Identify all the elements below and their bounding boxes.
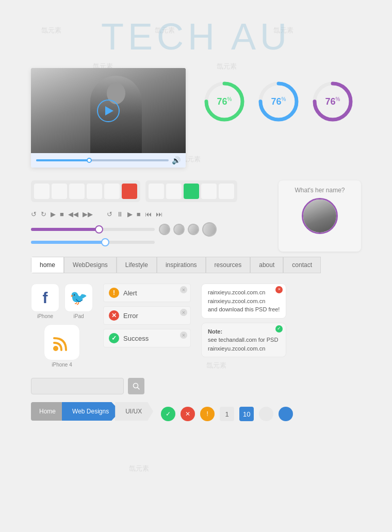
search-input[interactable]: [31, 378, 124, 394]
slider-row-2: [31, 241, 271, 244]
btn-sq2-4[interactable]: [201, 184, 217, 199]
purple-fill: [31, 228, 99, 231]
button-group-1: [31, 180, 140, 202]
svg-point-6: [53, 346, 58, 351]
knob-4[interactable]: [200, 220, 219, 239]
back-icon[interactable]: ⏮: [145, 210, 152, 218]
status-bar: ✓ ✕ ! 1 10: [161, 407, 293, 421]
facebook-icon-box[interactable]: f: [31, 284, 59, 312]
breadcrumb-bar: Home Web Designs UI/UX: [31, 402, 153, 421]
facebook-col: f iPhone: [31, 284, 59, 319]
play-icon: [105, 106, 113, 115]
rss-icon: [52, 332, 72, 352]
status-num-1[interactable]: 1: [220, 407, 234, 421]
stop2-icon[interactable]: ■: [137, 210, 141, 218]
status-num-10[interactable]: 10: [239, 407, 254, 421]
blue-slider[interactable]: [31, 241, 155, 244]
btn-sq-3[interactable]: [69, 184, 85, 199]
volume-icon[interactable]: 🔊: [172, 156, 181, 164]
notes-section: × rainxieyu.zcool.com.cn rainxieyu.zcool…: [201, 284, 286, 357]
purple-slider[interactable]: [31, 228, 155, 231]
twitter-icon-box[interactable]: 🐦: [64, 284, 93, 312]
status-dot-yellow[interactable]: !: [200, 407, 215, 421]
avatar-image: [303, 200, 336, 232]
prev-icon[interactable]: ◀◀: [68, 210, 78, 218]
nav-contact[interactable]: contact: [283, 257, 321, 273]
facebook-icon: f: [43, 289, 48, 307]
knob-1[interactable]: [157, 222, 172, 237]
note-info-check: ✓: [275, 325, 283, 332]
nav-about[interactable]: about: [250, 257, 283, 273]
search-icon: [133, 383, 140, 390]
breadcrumb-webdesigns[interactable]: Web Designs: [62, 402, 120, 421]
btn-sq2-green[interactable]: [184, 184, 199, 199]
top-section: 🔊 76% 76%: [31, 68, 361, 168]
rss-col: iPhone 4: [31, 324, 93, 368]
btn-sq2-2[interactable]: [166, 184, 182, 199]
nav-resources[interactable]: resources: [206, 257, 251, 273]
blue-fill: [31, 241, 105, 244]
btn-sq-red[interactable]: [122, 184, 137, 199]
circle-blue-label: 76%: [271, 96, 286, 107]
knob-3[interactable]: [187, 223, 201, 237]
alert-success-close[interactable]: ×: [180, 331, 187, 339]
note-info-line1: Note:: [208, 327, 280, 336]
circle-blue: 76%: [255, 78, 302, 125]
btn-sq-1[interactable]: [34, 184, 50, 199]
alert-error-text: Error: [123, 312, 138, 320]
progress-fill: [36, 159, 89, 161]
note-info: ✓ Note: see techandall.com for PSD rainx…: [201, 323, 286, 358]
alert-error-close[interactable]: ×: [180, 309, 187, 316]
circle-green-label: 76%: [217, 96, 232, 107]
who-avatar: [302, 198, 338, 234]
video-thumbnail: [31, 68, 186, 153]
next-icon[interactable]: ▶▶: [83, 210, 93, 218]
alert-warn-close[interactable]: ×: [180, 286, 187, 293]
btn-sq-4[interactable]: [87, 184, 102, 199]
nav-webdesigns[interactable]: WebDesigns: [64, 257, 117, 273]
facebook-label: iPhone: [37, 313, 53, 319]
rewind-icon[interactable]: ↺: [31, 210, 37, 218]
play-icon-small[interactable]: ▶: [51, 210, 56, 218]
success-icon: ✓: [109, 333, 119, 343]
skip-icon[interactable]: ⏭: [156, 210, 162, 218]
stop-icon[interactable]: ■: [60, 210, 64, 218]
watermark-10: 氙元素: [129, 464, 149, 473]
pause-icon[interactable]: ⏸: [117, 210, 123, 218]
progress-thumb[interactable]: [87, 158, 92, 163]
warn-icon: !: [109, 288, 119, 298]
btn-sq2-5[interactable]: [219, 184, 234, 199]
play2-icon[interactable]: ▶: [127, 210, 133, 218]
breadcrumb-uiux[interactable]: UI/UX: [115, 402, 153, 421]
btn-sq2-1[interactable]: [149, 184, 164, 199]
blue-thumb[interactable]: [101, 238, 109, 246]
note-email: × rainxieyu.zcool.com.cn rainxieyu.zcool…: [201, 284, 286, 319]
progress-bar[interactable]: [36, 159, 169, 161]
status-toggle-off[interactable]: [259, 407, 273, 421]
search-button[interactable]: [128, 378, 144, 394]
nav-home[interactable]: home: [31, 257, 64, 273]
status-dot-green[interactable]: ✓: [161, 407, 175, 421]
button-group-2: [145, 180, 237, 202]
status-toggle-on[interactable]: [279, 407, 293, 421]
note-email-close[interactable]: ×: [275, 286, 283, 293]
play-button[interactable]: [97, 99, 120, 122]
sliders-section: [31, 222, 271, 244]
slider-row-1: [31, 222, 271, 237]
btn-sq-2[interactable]: [52, 184, 67, 199]
forward-icon[interactable]: ↻: [41, 210, 46, 218]
circle-green: 76%: [201, 78, 248, 125]
alert-success: ✓ Success ×: [103, 329, 191, 347]
nav-inspirations[interactable]: inspirations: [157, 257, 206, 273]
controls-who-row: ↺ ↻ ▶ ■ ◀◀ ▶▶ ↺ ⏸ ▶ ■ ⏮ ⏭: [31, 180, 361, 252]
knob-2[interactable]: [172, 222, 186, 237]
status-dot-red[interactable]: ✕: [181, 407, 195, 421]
nav-bar: home WebDesigns Lifestyle inspirations r…: [31, 257, 361, 273]
rewind2-icon[interactable]: ↺: [107, 210, 112, 218]
btn-sq-5[interactable]: [104, 184, 120, 199]
circle-purple: 76%: [309, 78, 356, 125]
breadcrumb-home[interactable]: Home: [31, 402, 67, 421]
rss-icon-box[interactable]: [44, 324, 80, 360]
purple-thumb[interactable]: [95, 225, 103, 234]
nav-lifestyle[interactable]: Lifestyle: [117, 257, 157, 273]
